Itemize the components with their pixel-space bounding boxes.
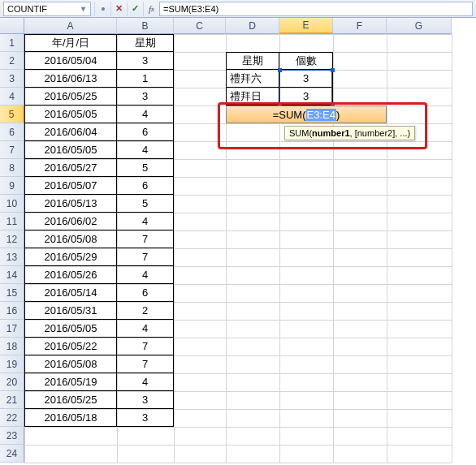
cell-B16[interactable]: 2 <box>117 302 174 320</box>
cell-E2[interactable]: 個數 <box>279 52 333 70</box>
row-header-23[interactable]: 23 <box>0 427 24 445</box>
tooltip-arg-active: number1 <box>312 128 349 138</box>
row-header-16[interactable]: 16 <box>0 302 24 320</box>
row-headers: 123456789101112131415161718192021222324 <box>0 34 24 463</box>
cell-B1[interactable]: 星期 <box>117 34 174 52</box>
row-header-19[interactable]: 19 <box>0 355 24 373</box>
cell-A12[interactable]: 2016/05/08 <box>24 230 117 248</box>
cell-A11[interactable]: 2016/06/02 <box>24 213 117 230</box>
row-header-2[interactable]: 2 <box>0 52 24 70</box>
col-header-A[interactable]: A <box>24 18 117 34</box>
cell-A6[interactable]: 2016/06/04 <box>24 123 117 141</box>
row-header-8[interactable]: 8 <box>0 159 24 177</box>
expand-bar-icon[interactable] <box>94 2 110 16</box>
row-header-13[interactable]: 13 <box>0 248 24 266</box>
cell-B13[interactable]: 7 <box>117 248 174 266</box>
cell-B2[interactable]: 3 <box>117 52 174 70</box>
svg-point-0 <box>102 7 105 11</box>
cell-D3[interactable]: 禮拜六 <box>226 70 279 88</box>
cell-A4[interactable]: 2016/05/25 <box>24 88 117 105</box>
cell-B10[interactable]: 5 <box>117 195 174 213</box>
cell-B6[interactable]: 6 <box>117 123 174 141</box>
cell-B8[interactable]: 5 <box>117 159 174 177</box>
cell-A21[interactable]: 2016/05/25 <box>24 391 117 409</box>
cell-A3[interactable]: 2016/06/13 <box>24 70 117 88</box>
cell-A15[interactable]: 2016/05/14 <box>24 284 117 302</box>
select-all-corner[interactable] <box>0 18 24 34</box>
row-header-4[interactable]: 4 <box>0 88 24 105</box>
cell-E4[interactable]: 3 <box>279 88 333 105</box>
cell-A16[interactable]: 2016/05/31 <box>24 302 117 320</box>
fx-button[interactable]: fx <box>143 2 159 16</box>
cell-A14[interactable]: 2016/05/26 <box>24 266 117 284</box>
cell-A20[interactable]: 2016/05/19 <box>24 373 117 391</box>
cell-B9[interactable]: 6 <box>117 177 174 195</box>
cell-D2[interactable]: 星期 <box>226 52 279 70</box>
col-header-C[interactable]: C <box>174 18 226 34</box>
row-header-10[interactable]: 10 <box>0 195 24 213</box>
col-header-D[interactable]: D <box>226 18 279 34</box>
cell-B17[interactable]: 4 <box>117 320 174 338</box>
cell-B4[interactable]: 3 <box>117 88 174 105</box>
function-tooltip: SUM(number1, [number2], ...) <box>284 126 415 140</box>
row-header-21[interactable]: 21 <box>0 391 24 409</box>
cell-B21[interactable]: 3 <box>117 391 174 409</box>
range-handle[interactable] <box>278 68 282 72</box>
cell-B15[interactable]: 6 <box>117 284 174 302</box>
cell-B5[interactable]: 4 <box>117 105 174 123</box>
name-box-value: COUNTIF <box>7 2 47 15</box>
row-header-22[interactable]: 22 <box>0 409 24 427</box>
confirm-edit-button[interactable]: ✓ <box>127 2 143 16</box>
cell-D4[interactable]: 禮拜日 <box>226 88 279 105</box>
active-edit-cell[interactable]: =SUM(E3:E4) <box>226 105 387 123</box>
row-header-7[interactable]: 7 <box>0 141 24 159</box>
range-handle[interactable] <box>331 68 335 72</box>
row-header-17[interactable]: 17 <box>0 320 24 338</box>
cell-B20[interactable]: 4 <box>117 373 174 391</box>
cell-B7[interactable]: 4 <box>117 141 174 159</box>
cell-A9[interactable]: 2016/05/07 <box>24 177 117 195</box>
row-header-9[interactable]: 9 <box>0 177 24 195</box>
formula-text: =SUM(E3:E4) <box>163 4 219 14</box>
cell-A2[interactable]: 2016/05/04 <box>24 52 117 70</box>
name-box[interactable]: COUNTIF ▼ <box>3 2 91 16</box>
cell-A22[interactable]: 2016/05/18 <box>24 409 117 427</box>
row-header-20[interactable]: 20 <box>0 373 24 391</box>
formula-input[interactable]: =SUM(E3:E4) <box>159 2 473 16</box>
row-header-5[interactable]: 5 <box>0 105 24 123</box>
col-header-E[interactable]: E <box>279 18 333 34</box>
col-header-B[interactable]: B <box>117 18 174 34</box>
cell-A10[interactable]: 2016/05/13 <box>24 195 117 213</box>
cell-A8[interactable]: 2016/05/27 <box>24 159 117 177</box>
cell-A13[interactable]: 2016/05/29 <box>24 248 117 266</box>
cell-B19[interactable]: 7 <box>117 355 174 373</box>
cancel-edit-button[interactable]: ✕ <box>110 2 127 16</box>
edit-suffix: ) <box>336 109 340 121</box>
cell-A1[interactable]: 年/月/日 <box>24 34 117 52</box>
cell-A5[interactable]: 2016/05/05 <box>24 105 117 123</box>
cell-A7[interactable]: 2016/05/05 <box>24 141 117 159</box>
cell-A17[interactable]: 2016/05/05 <box>24 320 117 338</box>
cell-A19[interactable]: 2016/05/08 <box>24 355 117 373</box>
cell-B18[interactable]: 7 <box>117 338 174 355</box>
row-header-11[interactable]: 11 <box>0 213 24 230</box>
row-header-15[interactable]: 15 <box>0 284 24 302</box>
row-header-12[interactable]: 12 <box>0 230 24 248</box>
name-box-dropdown-icon[interactable]: ▼ <box>80 2 87 15</box>
col-header-F[interactable]: F <box>333 18 387 34</box>
row-header-18[interactable]: 18 <box>0 338 24 355</box>
row-header-1[interactable]: 1 <box>0 34 24 52</box>
cell-E3[interactable]: 3 <box>279 70 333 88</box>
cell-B3[interactable]: 1 <box>117 70 174 88</box>
cell-B14[interactable]: 4 <box>117 266 174 284</box>
cell-B11[interactable]: 4 <box>117 213 174 230</box>
cell-B12[interactable]: 7 <box>117 230 174 248</box>
edit-prefix: =SUM( <box>273 109 306 121</box>
col-header-G[interactable]: G <box>387 18 452 34</box>
cell-B22[interactable]: 3 <box>117 409 174 427</box>
row-header-3[interactable]: 3 <box>0 70 24 88</box>
row-header-14[interactable]: 14 <box>0 266 24 284</box>
row-header-24[interactable]: 24 <box>0 445 24 463</box>
cell-A18[interactable]: 2016/05/22 <box>24 338 117 355</box>
row-header-6[interactable]: 6 <box>0 123 24 141</box>
